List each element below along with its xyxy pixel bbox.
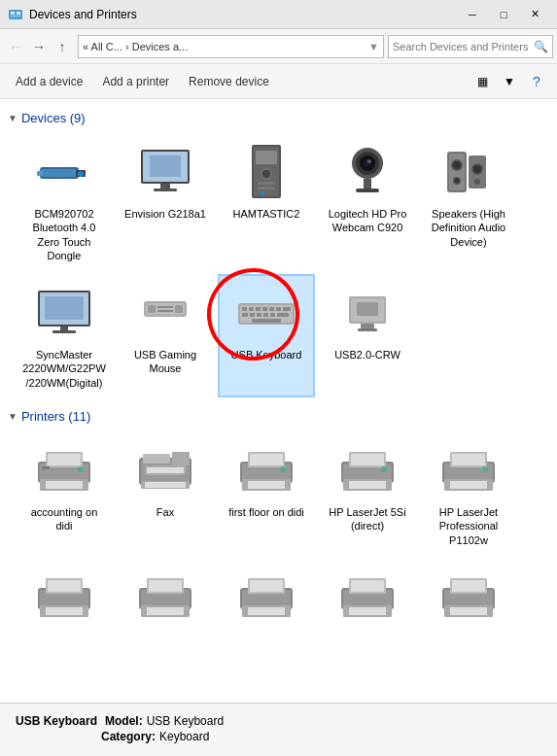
svg-rect-77 [42, 466, 50, 469]
forward-button[interactable]: → [27, 35, 51, 58]
svg-rect-134 [452, 580, 485, 592]
search-bar[interactable]: 🔍 [388, 35, 553, 58]
svg-rect-51 [242, 307, 247, 311]
device-logitech[interactable]: Logitech HD ProWebcam C920 [319, 133, 416, 270]
svg-point-106 [482, 466, 488, 472]
svg-rect-67 [357, 302, 378, 316]
printer10-icon [437, 567, 500, 629]
svg-rect-128 [351, 580, 384, 592]
svg-rect-3 [11, 16, 20, 17]
devices-grid: BCM920702Bluetooth 4.0Zero TouchDongle E… [8, 133, 549, 397]
printer-accounting[interactable]: accounting ondidi [16, 431, 113, 555]
device-bcm[interactable]: BCM920702Bluetooth 4.0Zero TouchDongle [16, 133, 113, 270]
envision-label: Envision G218a1 [124, 207, 206, 221]
svg-point-92 [280, 466, 286, 472]
svg-rect-2 [17, 12, 20, 15]
usb2crw-icon [336, 282, 399, 344]
svg-rect-75 [46, 481, 83, 489]
device-usbkeyboard[interactable]: USB Keyboard [218, 274, 315, 397]
printer7-icon [134, 567, 196, 629]
svg-rect-45 [148, 305, 156, 313]
printer6-icon [33, 567, 95, 629]
printer-8[interactable] [218, 559, 315, 640]
bcm-icon [33, 141, 95, 203]
svg-rect-60 [257, 313, 261, 317]
logitech-label: Logitech HD ProWebcam C920 [329, 207, 407, 235]
svg-rect-69 [358, 328, 377, 331]
printers-section-header: ▼ Printers (11) [8, 409, 549, 424]
device-envision[interactable]: Envision G218a1 [117, 133, 214, 270]
maximize-button[interactable]: □ [489, 5, 518, 24]
printers-collapse-arrow[interactable]: ▼ [8, 411, 17, 422]
svg-rect-29 [449, 154, 465, 190]
help-button[interactable]: ? [524, 69, 549, 94]
address-bar[interactable]: « All C... › Devices a... ▼ [78, 35, 384, 58]
hpjet5si-icon [336, 439, 399, 501]
devices-section-header: ▼ Devices (9) [8, 111, 549, 125]
svg-point-36 [473, 165, 481, 173]
svg-rect-96 [351, 454, 384, 465]
window-controls: ─ □ ✕ [458, 5, 549, 24]
search-icon: 🔍 [534, 40, 548, 53]
svg-rect-55 [269, 307, 274, 311]
printer-9[interactable] [319, 559, 416, 640]
svg-rect-42 [52, 330, 76, 333]
svg-rect-61 [263, 313, 268, 317]
svg-rect-52 [249, 307, 254, 311]
add-device-button[interactable]: Add a device [8, 69, 90, 94]
add-printer-button[interactable]: Add a printer [94, 69, 177, 94]
view-toggle-button[interactable]: ▦ [470, 69, 495, 94]
status-bar: USB Keyboard Model: USB Keyboard Categor… [0, 703, 557, 756]
printers-section-title: Printers (11) [21, 409, 91, 424]
printers-grid: accounting ondidi Fax [8, 431, 549, 640]
device-syncmaster[interactable]: SyncMaster2220WM/G22PW/220WM(Digital) [16, 274, 113, 397]
svg-rect-91 [248, 481, 285, 489]
back-button[interactable]: ← [4, 35, 27, 58]
accounting-icon [33, 439, 95, 501]
svg-point-20 [261, 191, 264, 195]
window-title: Devices and Printers [29, 8, 458, 21]
svg-rect-116 [149, 580, 182, 592]
search-input[interactable] [393, 41, 534, 52]
svg-rect-40 [45, 296, 84, 320]
svg-rect-54 [262, 307, 267, 311]
svg-rect-5 [40, 169, 77, 177]
status-category-value: Keyboard [159, 730, 209, 743]
hamtastic-label: HAMTASTIC2 [233, 207, 300, 221]
close-button[interactable]: ✕ [520, 5, 549, 24]
firstfloor-icon [235, 439, 297, 501]
remove-device-button[interactable]: Remove device [181, 69, 277, 94]
svg-rect-1 [11, 12, 15, 15]
accounting-label: accounting ondidi [31, 505, 98, 533]
svg-rect-6 [37, 171, 43, 176]
status-item-name: USB Keyboard [16, 714, 97, 728]
svg-rect-19 [258, 187, 275, 189]
syncmaster-label: SyncMaster2220WM/G22PW/220WM(Digital) [22, 348, 106, 390]
printer-hpjet5si[interactable]: HP LaserJet 5Si(direct) [319, 431, 416, 555]
devices-collapse-arrow[interactable]: ▼ [8, 113, 17, 123]
svg-rect-110 [48, 580, 81, 592]
usbgaming-icon [134, 282, 196, 344]
svg-point-8 [78, 171, 84, 177]
minimize-button[interactable]: ─ [458, 5, 487, 24]
hamtastic-icon [235, 141, 297, 203]
content-area: ▼ Devices (9) BCM920702Bluetooth 4.0Zero… [0, 99, 557, 703]
printer-fax[interactable]: Fax [117, 431, 214, 555]
status-model-value: USB Keyboard [147, 714, 224, 728]
svg-rect-85 [145, 482, 186, 488]
usbgaming-label: USB GamingMouse [134, 348, 196, 376]
device-usbgaming[interactable]: USB GamingMouse [117, 274, 214, 397]
device-usb2crw[interactable]: USB2.0-CRW [319, 274, 416, 397]
status-row-model: USB Keyboard Model: USB Keyboard [16, 714, 541, 728]
printer-7[interactable] [117, 559, 214, 640]
firstfloor-label: first floor on didi [228, 505, 304, 519]
printer-6[interactable] [16, 559, 113, 640]
printer-hpjet[interactable]: HP LaserJetProfessionalP1102w [420, 431, 517, 555]
printer-firstfloor[interactable]: first floor on didi [218, 431, 315, 555]
up-button[interactable]: ↑ [51, 35, 74, 58]
device-speakers[interactable]: Speakers (HighDefinition AudioDevice) [420, 133, 517, 270]
view-dropdown-button[interactable]: ▼ [497, 69, 522, 94]
device-hamtastic[interactable]: HAMTASTIC2 [218, 133, 315, 270]
printer-10[interactable] [420, 559, 517, 640]
svg-rect-46 [157, 306, 173, 308]
